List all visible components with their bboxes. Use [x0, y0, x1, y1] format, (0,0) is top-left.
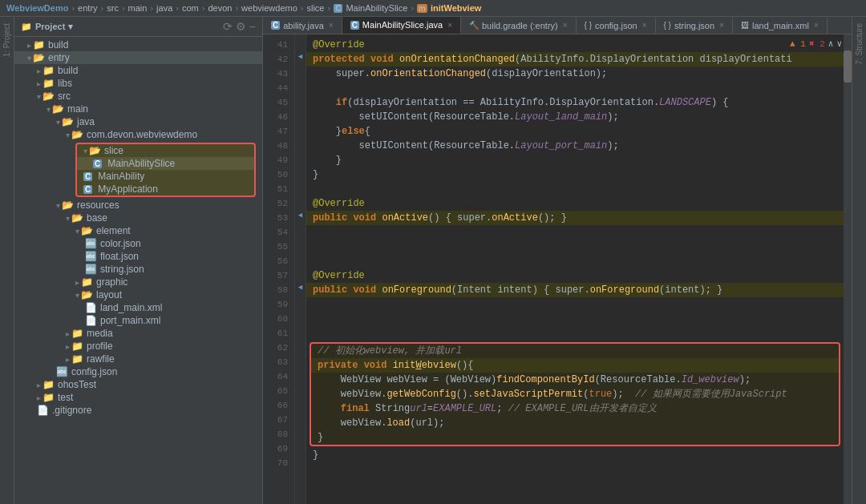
- breadcrumb-class[interactable]: MainAbilitySlice: [346, 3, 407, 13]
- code-line-63: private void initWebview (){: [311, 358, 839, 373]
- arrow-icon: [66, 342, 70, 351]
- tree-item-test[interactable]: 📁 test: [14, 391, 262, 404]
- tab-config-json[interactable]: { } config.json ×: [577, 18, 656, 34]
- tab-label: land_main.xml: [752, 21, 809, 30]
- tab-close-icon[interactable]: ×: [329, 21, 334, 30]
- tree-item-config-json[interactable]: 🔤 config.json: [14, 365, 262, 378]
- tree-item-resources[interactable]: 📂 resources: [14, 199, 262, 212]
- tab-gradle[interactable]: 🔨 build.gradle (:entry) ×: [461, 18, 577, 34]
- tab-close-icon[interactable]: ×: [642, 21, 647, 30]
- tree-label: MyApplication: [98, 183, 158, 195]
- tree-item-gitignore[interactable]: 📄 .gitignore: [14, 404, 262, 417]
- tree-item-profile[interactable]: 📁 profile: [14, 340, 262, 353]
- arrow-icon: [56, 201, 60, 210]
- tree-item-string-json[interactable]: 🔤 string.json: [14, 263, 262, 276]
- tree-item-element[interactable]: 📂 element: [14, 224, 262, 237]
- project-strip-label[interactable]: 1: Project: [2, 23, 11, 57]
- tree-item-com-devon[interactable]: 📂 com.devon.webviewdemo: [14, 128, 262, 141]
- tree-label: base: [87, 212, 107, 224]
- folder-open-icon: 📂: [62, 116, 74, 127]
- error-badge: ✖ 2: [809, 38, 825, 49]
- folder-icon: 📁: [71, 353, 83, 365]
- tree-label: com.devon.webviewdemo: [87, 129, 197, 140]
- arrow-icon: [66, 214, 70, 223]
- tab-close-icon[interactable]: ×: [719, 21, 724, 30]
- breadcrumb-entry[interactable]: entry: [78, 3, 97, 13]
- tree-item-build[interactable]: 📁 build: [14, 64, 262, 77]
- tree-item-libs[interactable]: 📁 libs: [14, 77, 262, 90]
- tree-item-base[interactable]: 📂 base: [14, 212, 262, 224]
- right-strip: 7: Structure: [852, 17, 866, 504]
- code-line-52: @Override: [306, 196, 844, 211]
- breadcrumb-webviewdemo[interactable]: webviewdemo: [241, 3, 297, 13]
- tree-item-ohosTest[interactable]: 📁 ohosTest: [14, 378, 262, 391]
- tab-close-icon[interactable]: ×: [563, 21, 568, 30]
- folder-open-icon: 📂: [81, 225, 93, 236]
- code-line-64: WebView webView = (WebView) findComponen…: [311, 373, 839, 387]
- arrow-icon: [27, 54, 31, 62]
- tree-item-entry[interactable]: 📂 entry: [14, 51, 262, 64]
- tree-item-src[interactable]: 📂 src: [14, 90, 262, 103]
- tab-string-json[interactable]: { } string.json ×: [656, 18, 733, 34]
- folder-icon: 📁: [42, 78, 55, 89]
- tab-main[interactable]: C MainAbilitySlice.java ×: [342, 17, 461, 34]
- tree-item-graphic[interactable]: 📁 graphic: [14, 276, 262, 288]
- tree-item-MainAbilitySlice[interactable]: C MainAbilitySlice: [77, 157, 254, 170]
- panel-dropdown-icon[interactable]: ▾: [68, 22, 73, 32]
- left-strip: 1: Project: [0, 17, 14, 504]
- tree-container[interactable]: 📁 build 📂 entry 📁 build 📁 libs: [14, 37, 262, 504]
- nav-down[interactable]: ∨: [836, 38, 842, 49]
- folder-icon: 📁: [81, 276, 93, 288]
- breadcrumb-method[interactable]: initWebview: [431, 3, 481, 13]
- breadcrumb-root[interactable]: WebviewDemo: [6, 3, 68, 13]
- tree-item-color-json[interactable]: 🔤 color.json: [14, 237, 262, 250]
- breadcrumb-main[interactable]: main: [128, 3, 148, 13]
- scrollbar[interactable]: [844, 34, 852, 504]
- tree-label: entry: [48, 52, 70, 63]
- tree-label: .gitignore: [52, 405, 91, 416]
- tree-item-rawfile[interactable]: 📁 rawfile: [14, 353, 262, 365]
- code-line-51: [306, 182, 844, 196]
- code-editor[interactable]: 41 42 43 44 45 46 47 48 49 50 51 52 53 5…: [263, 34, 852, 504]
- tree-item-MyApplication[interactable]: C MyApplication: [77, 183, 254, 196]
- breadcrumb-slice[interactable]: slice: [306, 3, 324, 13]
- breadcrumb-devon[interactable]: devon: [208, 3, 232, 13]
- tree-item-land-main-xml[interactable]: 📄 land_main.xml: [14, 301, 262, 314]
- tab-ability[interactable]: C ability.java ×: [263, 18, 342, 34]
- tab-icon: C: [271, 21, 280, 30]
- tab-close-icon[interactable]: ×: [814, 21, 819, 30]
- tab-land-main-xml[interactable]: 🖼 land_main.xml ×: [733, 18, 828, 34]
- minus-icon[interactable]: −: [249, 20, 256, 33]
- code-content[interactable]: @Override protected void onOrientationCh…: [306, 34, 844, 504]
- tree-label: build: [58, 65, 78, 76]
- breadcrumb-src[interactable]: src: [107, 3, 119, 13]
- nav-up[interactable]: ∧: [828, 38, 834, 49]
- tree-item-MainAbility[interactable]: C MainAbility: [77, 170, 254, 183]
- tree-item-main[interactable]: 📂 main: [14, 103, 262, 115]
- tab-close-icon[interactable]: ×: [447, 21, 452, 30]
- scrollbar-thumb[interactable]: [844, 50, 852, 83]
- tree-label: libs: [58, 78, 72, 89]
- code-line-55: [306, 240, 844, 254]
- tree-item-java[interactable]: 📂 java: [14, 115, 262, 128]
- code-line-45: if (displayOrientation == AbilityInfo.Di…: [306, 95, 844, 110]
- folder-open-icon: 📂: [62, 200, 74, 211]
- tree-label: ohosTest: [58, 379, 96, 390]
- sync-icon[interactable]: ⟳: [223, 20, 233, 33]
- tree-item-float-json[interactable]: 🔤 float.json: [14, 250, 262, 263]
- tree-item-media[interactable]: 📁 media: [14, 327, 262, 340]
- tree-item-slice[interactable]: 📂 slice: [77, 144, 254, 157]
- arrow-icon: [83, 147, 87, 155]
- structure-strip-label[interactable]: 7: Structure: [855, 23, 864, 65]
- file-icon: 📄: [37, 405, 49, 416]
- tab-label: ability.java: [283, 21, 324, 30]
- tree-item-port-main-xml[interactable]: 📄 port_main.xml: [14, 314, 262, 327]
- settings-icon[interactable]: ⚙: [236, 20, 246, 33]
- code-line-57: @Override: [306, 268, 844, 283]
- tree-item-layout[interactable]: 📂 layout: [14, 288, 262, 301]
- breadcrumb-java[interactable]: java: [156, 3, 172, 13]
- json-icon: 🔤: [85, 264, 97, 275]
- folder-open-icon: 📂: [42, 91, 55, 102]
- breadcrumb-com[interactable]: com: [182, 3, 199, 13]
- tree-item-build-root[interactable]: 📁 build: [14, 38, 262, 51]
